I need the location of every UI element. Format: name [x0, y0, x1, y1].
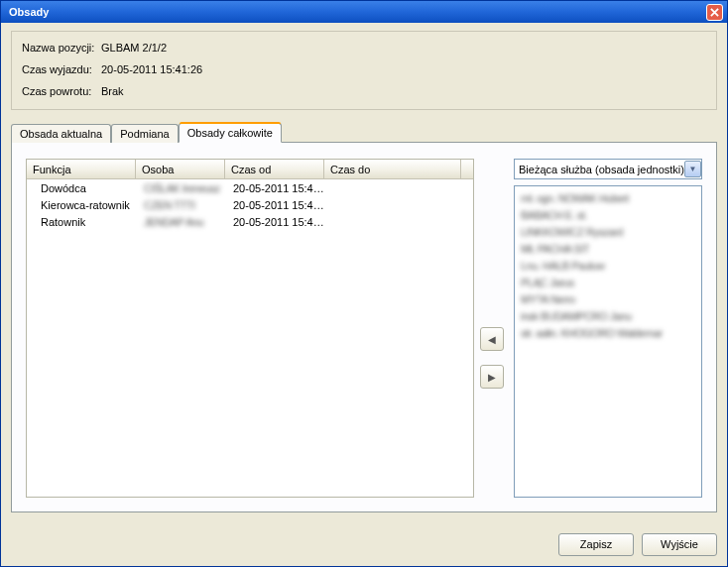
tab-obsady-calkowite[interactable]: Obsady całkowite — [179, 123, 282, 143]
column-funkcja[interactable]: Funkcja — [27, 160, 136, 178]
tab-panel: Funkcja Osoba Czas od Czas do Dowódca CI… — [11, 142, 717, 512]
grid-body: Dowódca CIŚLAK Ireneusz 20-05-2011 15:4…… — [27, 179, 473, 497]
exit-button[interactable]: Wyjście — [642, 533, 717, 556]
tab-obsada-aktualna[interactable]: Obsada aktualna — [11, 124, 111, 143]
list-item[interactable]: Lnu. HALB Pauluw — [521, 258, 695, 275]
column-czas-do[interactable]: Czas do — [324, 160, 461, 178]
cell-co: 20-05-2011 15:4… — [225, 182, 324, 194]
list-item[interactable]: mł. ogn. NOWAK Hubert — [521, 190, 695, 207]
value-return: Brak — [101, 85, 124, 97]
value-departure: 20-05-2011 15:41:26 — [101, 63, 202, 75]
list-item[interactable]: BABACH E. st. — [521, 207, 695, 224]
chevron-down-icon[interactable]: ▼ — [684, 161, 701, 177]
list-item[interactable]: str. asłin. KHOGORO Waldemar — [521, 325, 695, 342]
label-position: Nazwa pozycji: — [22, 42, 101, 54]
window-title: Obsady — [5, 6, 706, 18]
label-departure: Czas wyjazdu: — [22, 63, 101, 75]
cell-os: CZEN TTTI — [136, 199, 225, 211]
window: Obsady Nazwa pozycji: GLBAM 2/1/2 Czas w… — [0, 0, 728, 567]
cell-co: 20-05-2011 15:4… — [225, 199, 324, 211]
table-row[interactable]: Kierowca-ratownik CZEN TTTI 20-05-2011 1… — [27, 196, 473, 213]
table-row[interactable]: Ratownik JENDAP Anu 20-05-2011 15:4… — [27, 213, 473, 230]
list-item[interactable]: insk BUDAMPCRO Janu — [521, 308, 695, 325]
label-return: Czas powrotu: — [22, 85, 101, 97]
personnel-listbox[interactable]: mł. ogn. NOWAK Hubert BABACH E. st. LINK… — [514, 185, 702, 498]
save-button[interactable]: Zapisz — [558, 533, 634, 556]
grid-header: Funkcja Osoba Czas od Czas do — [27, 160, 473, 179]
left-pane: Funkcja Osoba Czas od Czas do Dowódca CI… — [26, 159, 474, 498]
title-bar: Obsady — [1, 1, 727, 23]
client-area: Nazwa pozycji: GLBAM 2/1/2 Czas wyjazdu:… — [1, 23, 727, 522]
cell-fn: Kierowca-ratownik — [27, 199, 136, 211]
chevron-right-icon: ▶ — [488, 372, 496, 383]
table-row[interactable]: Dowódca CIŚLAK Ireneusz 20-05-2011 15:4… — [27, 179, 473, 196]
column-osoba[interactable]: Osoba — [136, 160, 225, 178]
cell-fn: Dowódca — [27, 182, 136, 194]
right-pane: Bieżąca służba (obsada jednostki) ▼ mł. … — [514, 159, 702, 498]
chevron-left-icon: ◀ — [488, 334, 496, 345]
arrow-left-button[interactable]: ◀ — [480, 327, 504, 351]
list-item[interactable]: PLĄC Jarus — [521, 275, 695, 291]
list-item[interactable]: MŁ PACHA SIT — [521, 241, 695, 258]
combo-text: Bieżąca służba (obsada jednostki) — [519, 164, 684, 175]
value-position: GLBAM 2/1/2 — [101, 42, 167, 54]
cell-os: JENDAP Anu — [136, 216, 225, 228]
tab-strip: Obsada aktualna Podmiana Obsady całkowit… — [11, 122, 717, 142]
crew-grid[interactable]: Funkcja Osoba Czas od Czas do Dowódca CI… — [26, 159, 474, 498]
cell-fn: Ratownik — [27, 216, 136, 228]
tab-podmiana[interactable]: Podmiana — [111, 124, 179, 143]
list-item[interactable]: LINKKOWICZ Ryszard — [521, 224, 695, 241]
info-panel: Nazwa pozycji: GLBAM 2/1/2 Czas wyjazdu:… — [11, 31, 717, 110]
list-item[interactable]: MY?A Nerro — [521, 291, 695, 308]
column-czas-od[interactable]: Czas od — [225, 160, 324, 178]
transfer-arrows: ◀ ▶ — [474, 218, 510, 498]
cell-co: 20-05-2011 15:4… — [225, 216, 324, 228]
cell-os: CIŚLAK Ireneusz — [136, 182, 225, 194]
footer: Zapisz Wyjście — [1, 522, 727, 566]
column-spacer — [461, 160, 473, 178]
duty-filter-combo[interactable]: Bieżąca służba (obsada jednostki) ▼ — [514, 159, 702, 179]
arrow-right-button[interactable]: ▶ — [480, 365, 504, 389]
close-icon[interactable] — [706, 4, 723, 21]
